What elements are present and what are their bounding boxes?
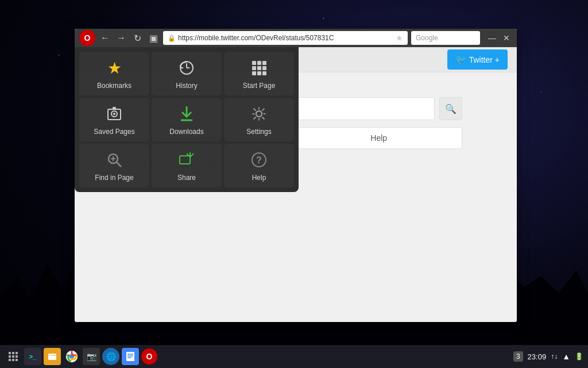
taskbar-terminal-icon[interactable]: >_ bbox=[24, 348, 41, 365]
opera-o-label: O bbox=[146, 352, 153, 361]
taskbar-camera-icon[interactable]: 📷 bbox=[83, 348, 100, 365]
svg-rect-11 bbox=[262, 71, 266, 75]
wifi-icon: ▲ bbox=[562, 352, 570, 361]
lock-icon: 🔒 bbox=[168, 34, 176, 42]
share-label: Share bbox=[177, 174, 196, 182]
svg-rect-3 bbox=[252, 61, 256, 65]
url-text: https://mobile.twitter.com/ODevRel/statu… bbox=[178, 34, 393, 42]
svg-rect-35 bbox=[16, 359, 18, 361]
help-label: Help bbox=[252, 174, 266, 182]
menu-item-start-page[interactable]: Start Page bbox=[224, 52, 294, 95]
start-page-icon bbox=[249, 57, 269, 78]
taskbar-files-icon[interactable] bbox=[44, 348, 61, 365]
camera-emoji: 📷 bbox=[87, 352, 96, 361]
svg-point-18 bbox=[256, 111, 262, 117]
saved-pages-icon bbox=[104, 103, 125, 124]
share-icon bbox=[176, 150, 197, 170]
menu-item-downloads[interactable]: Downloads bbox=[152, 98, 222, 141]
follow-button-label: Twitter + bbox=[469, 55, 500, 64]
back-button[interactable]: ← bbox=[99, 32, 111, 44]
browser-window: O ← → ↻ ▣ 🔒 https://mobile.twitter.com/O… bbox=[75, 29, 517, 322]
bookmarks-label: Bookmarks bbox=[97, 82, 131, 90]
search-placeholder: Google bbox=[416, 34, 438, 42]
tab-button[interactable]: ▣ bbox=[147, 32, 160, 44]
search-bar[interactable]: Google bbox=[411, 31, 480, 45]
svg-rect-15 bbox=[113, 107, 116, 110]
find-icon bbox=[104, 150, 125, 170]
signal-icon: ↑↓ bbox=[551, 352, 558, 361]
menu-item-settings[interactable]: Settings bbox=[224, 98, 294, 141]
history-label: History bbox=[176, 82, 197, 90]
menu-item-bookmarks[interactable]: ★ Bookmarks bbox=[79, 52, 149, 95]
search-go-icon: 🔍 bbox=[445, 103, 457, 114]
terminal-label: >_ bbox=[29, 353, 37, 360]
saved-pages-label: Saved Pages bbox=[94, 128, 134, 136]
opera-logo-button[interactable]: O bbox=[79, 30, 95, 46]
taskbar-docs-icon[interactable] bbox=[122, 348, 139, 365]
taskbar-opera-icon[interactable]: O bbox=[141, 348, 157, 365]
find-in-page-label: Find in Page bbox=[95, 174, 133, 182]
svg-rect-31 bbox=[12, 355, 14, 358]
close-button[interactable]: ✕ bbox=[501, 32, 512, 44]
svg-rect-10 bbox=[257, 71, 261, 75]
badge-count: 3 bbox=[513, 351, 523, 362]
bookmarks-icon: ★ bbox=[104, 57, 125, 78]
taskbar-chrome-icon[interactable] bbox=[63, 348, 80, 365]
svg-rect-9 bbox=[252, 71, 256, 75]
bookmark-star-icon[interactable]: ★ bbox=[396, 33, 403, 43]
svg-text:?: ? bbox=[256, 155, 262, 165]
svg-point-14 bbox=[113, 113, 115, 115]
battery-icon: 🔋 bbox=[575, 352, 583, 361]
settings-icon bbox=[249, 103, 269, 124]
refresh-button[interactable]: ↻ bbox=[131, 32, 144, 44]
svg-rect-7 bbox=[257, 66, 261, 70]
svg-rect-33 bbox=[9, 359, 11, 361]
taskbar-right: 3 23:09 ↑↓ ▲ 🔋 bbox=[513, 351, 583, 362]
title-bar: O ← → ↻ ▣ 🔒 https://mobile.twitter.com/O… bbox=[75, 29, 517, 47]
start-page-label: Start Page bbox=[243, 82, 276, 90]
taskbar-globe-icon[interactable]: 🌐 bbox=[102, 348, 119, 365]
help-icon: ? bbox=[249, 150, 269, 170]
downloads-icon bbox=[176, 103, 197, 124]
svg-rect-34 bbox=[12, 359, 14, 361]
forward-button[interactable]: → bbox=[115, 32, 127, 44]
svg-rect-6 bbox=[252, 66, 256, 70]
taskbar-apps-icon[interactable] bbox=[5, 348, 22, 365]
svg-rect-30 bbox=[9, 355, 11, 358]
svg-rect-37 bbox=[48, 354, 52, 355]
menu-item-share[interactable]: Share bbox=[152, 144, 222, 187]
opera-menu-overlay: ★ Bookmarks History bbox=[75, 47, 299, 192]
svg-rect-5 bbox=[262, 61, 266, 65]
svg-rect-4 bbox=[257, 61, 261, 65]
menu-item-help[interactable]: ? Help bbox=[224, 144, 294, 187]
taskbar-time: 23:09 bbox=[528, 352, 547, 361]
help-page-link[interactable]: Help bbox=[296, 128, 462, 148]
window-controls: — ✕ bbox=[486, 32, 512, 44]
svg-rect-40 bbox=[126, 352, 134, 361]
minimize-button[interactable]: — bbox=[486, 32, 498, 44]
globe-emoji: 🌐 bbox=[106, 352, 116, 361]
svg-line-20 bbox=[117, 162, 121, 167]
svg-rect-23 bbox=[180, 156, 190, 164]
menu-item-saved-pages[interactable]: Saved Pages bbox=[79, 98, 149, 141]
svg-rect-29 bbox=[16, 352, 18, 354]
downloads-label: Downloads bbox=[169, 128, 203, 136]
svg-rect-8 bbox=[262, 66, 266, 70]
history-icon bbox=[176, 57, 197, 78]
svg-rect-32 bbox=[16, 355, 18, 358]
svg-rect-27 bbox=[9, 352, 11, 354]
menu-item-find-in-page[interactable]: Find in Page bbox=[79, 144, 149, 187]
menu-item-history[interactable]: History bbox=[152, 52, 222, 95]
url-bar[interactable]: 🔒 https://mobile.twitter.com/ODevRel/sta… bbox=[163, 31, 408, 45]
search-go-button[interactable]: 🔍 bbox=[439, 97, 462, 120]
settings-label: Settings bbox=[246, 128, 271, 136]
twitter-icon: 🐦 bbox=[455, 54, 467, 65]
svg-rect-28 bbox=[12, 352, 14, 354]
twitter-follow-button[interactable]: 🐦 Twitter + bbox=[447, 49, 508, 70]
taskbar: >_ 📷 🌐 O 3 23:09 bbox=[0, 345, 588, 368]
